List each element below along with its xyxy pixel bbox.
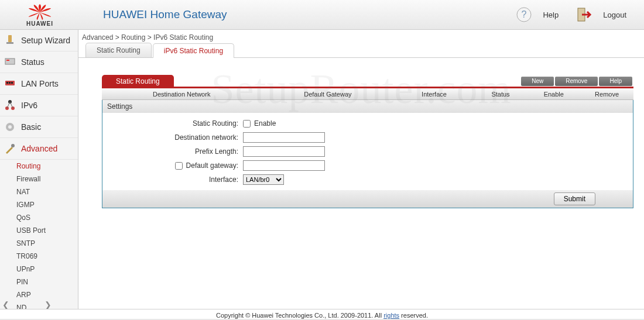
new-button[interactable]: New	[521, 77, 554, 86]
subnav-item-routing[interactable]: Routing	[16, 160, 78, 173]
sidebar-item-basic[interactable]: Basic	[0, 116, 78, 138]
svg-rect-8	[6, 82, 8, 84]
subnav-item-igmp[interactable]: IGMP	[16, 198, 78, 211]
col-enable: Enable	[527, 91, 580, 98]
huawei-flower-icon	[27, 4, 53, 20]
brand-logo: HUAWEI	[0, 2, 80, 27]
lan-ports-icon	[4, 77, 16, 90]
subnav-item-tr069[interactable]: TR069	[16, 250, 78, 263]
logout-link[interactable]: Logout	[603, 11, 626, 19]
sidebar-item-setup-wizard[interactable]: Setup Wizard	[0, 30, 78, 51]
tab-ipv6-static-routing[interactable]: iPv6 Static Routing	[153, 43, 234, 58]
sidebar-item-label: Basic	[21, 122, 41, 132]
sidebar: Setup Wizard Status LAN Ports IPv6 Basic…	[0, 30, 78, 311]
remove-button[interactable]: Remove	[555, 77, 598, 86]
app-title: HUAWEI Home Gateway	[103, 8, 516, 21]
footer-post: reserved.	[399, 312, 428, 319]
enable-label: Enable	[254, 119, 276, 128]
svg-rect-6	[6, 60, 9, 61]
subnav-item-firewall[interactable]: Firewall	[16, 173, 78, 185]
settings-panel: Settings Static Routing: Enable Destinat…	[102, 100, 633, 208]
svg-point-18	[11, 144, 15, 147]
subnav-item-upnp[interactable]: UPnP	[16, 263, 78, 276]
col-default-gateway: Default Gateway	[261, 91, 394, 98]
tab-static-routing[interactable]: Static Routing	[85, 43, 152, 57]
chevron-left-icon[interactable]: ❮	[2, 300, 9, 309]
footer-rights-link[interactable]: rights	[383, 312, 399, 319]
row-prefix-length: Prefix Length:	[102, 144, 633, 159]
settings-label: Settings	[102, 100, 633, 113]
footer: Copyright © Huawei Technologies Co., Ltd…	[0, 309, 644, 319]
sidebar-item-label: Advanced	[21, 144, 57, 153]
svg-rect-3	[8, 35, 12, 42]
breadcrumb: Advanced > Routing > IPv6 Static Routing	[78, 30, 644, 43]
footer-pre: Copyright © Huawei Technologies Co., Ltd…	[216, 312, 383, 319]
submit-button[interactable]: Submit	[554, 192, 595, 205]
main-content: SetupRouter.com Advanced > Routing > IPv…	[78, 30, 644, 311]
svg-text:?: ?	[522, 9, 527, 19]
svg-rect-10	[11, 82, 13, 84]
prefix-length-label: Prefix Length:	[102, 147, 243, 156]
svg-rect-5	[5, 59, 15, 64]
destination-network-label: Destination network:	[102, 133, 243, 142]
col-remove: Remove	[580, 91, 633, 98]
row-destination-network: Destination network:	[102, 130, 633, 144]
col-destination-network: Destination Network	[102, 91, 261, 98]
table-column-headers: Destination Network Default Gateway Inte…	[102, 88, 633, 100]
col-interface: Interface	[394, 91, 474, 98]
sidebar-item-label: Status	[21, 57, 44, 67]
sidebar-item-label: IPv6	[21, 101, 37, 110]
help-link[interactable]: Help	[543, 11, 559, 19]
row-static-routing: Static Routing: Enable	[102, 116, 633, 130]
interface-label: Interface:	[102, 176, 243, 184]
brand-text: HUAWEI	[26, 20, 53, 27]
row-interface: Interface: LAN/br0	[102, 173, 633, 187]
svg-point-17	[8, 125, 12, 129]
tools-icon	[4, 142, 16, 155]
help-icon[interactable]: ?	[516, 6, 532, 23]
advanced-subnav: Routing Firewall NAT IGMP QoS USB Port S…	[0, 160, 78, 311]
sidebar-item-label: Setup Wizard	[21, 36, 70, 45]
sidebar-item-advanced[interactable]: Advanced	[0, 138, 78, 160]
wizard-icon	[4, 34, 16, 47]
default-gateway-label: Default gateway:	[186, 161, 238, 170]
default-gateway-checkbox[interactable]	[175, 162, 183, 170]
sidebar-scroll-arrows: ❮ ❯	[2, 300, 52, 309]
svg-rect-9	[9, 82, 11, 84]
subnav-item-arp[interactable]: ARP	[16, 288, 78, 301]
subnav-item-sntp[interactable]: SNTP	[16, 237, 78, 250]
prefix-length-input[interactable]	[243, 146, 325, 157]
subnav-item-qos[interactable]: QoS	[16, 211, 78, 224]
subnav-item-usb-port[interactable]: USB Port	[16, 224, 78, 237]
static-routing-label: Static Routing:	[102, 119, 243, 128]
destination-network-input[interactable]	[243, 132, 325, 143]
col-status: Status	[474, 91, 527, 98]
row-default-gateway: Default gateway:	[102, 159, 633, 173]
status-icon	[4, 56, 16, 68]
help-button[interactable]: Help	[599, 77, 632, 86]
section-header-bar: Static Routing New Remove Help	[102, 75, 633, 88]
header-bar: HUAWEI HUAWEI Home Gateway ? Help Logout	[0, 0, 644, 30]
sidebar-item-label: LAN Ports	[21, 79, 59, 88]
default-gateway-input[interactable]	[243, 160, 325, 171]
gear-icon	[4, 121, 16, 133]
svg-rect-4	[6, 42, 13, 44]
sidebar-item-lan-ports[interactable]: LAN Ports	[0, 73, 78, 95]
tab-bar: Static Routing iPv6 Static Routing	[78, 43, 644, 58]
submit-bar: Submit	[102, 190, 633, 208]
logout-icon[interactable]	[576, 6, 592, 23]
enable-static-routing-checkbox[interactable]	[243, 120, 251, 128]
interface-select[interactable]: LAN/br0	[243, 174, 284, 185]
sidebar-item-status[interactable]: Status	[0, 51, 78, 73]
subnav-item-nat[interactable]: NAT	[16, 185, 78, 198]
ipv6-icon	[4, 99, 16, 112]
chevron-right-icon[interactable]: ❯	[44, 300, 52, 309]
subnav-item-pin[interactable]: PIN	[16, 276, 78, 288]
sidebar-item-ipv6[interactable]: IPv6	[0, 95, 78, 116]
section-title: Static Routing	[102, 75, 174, 88]
